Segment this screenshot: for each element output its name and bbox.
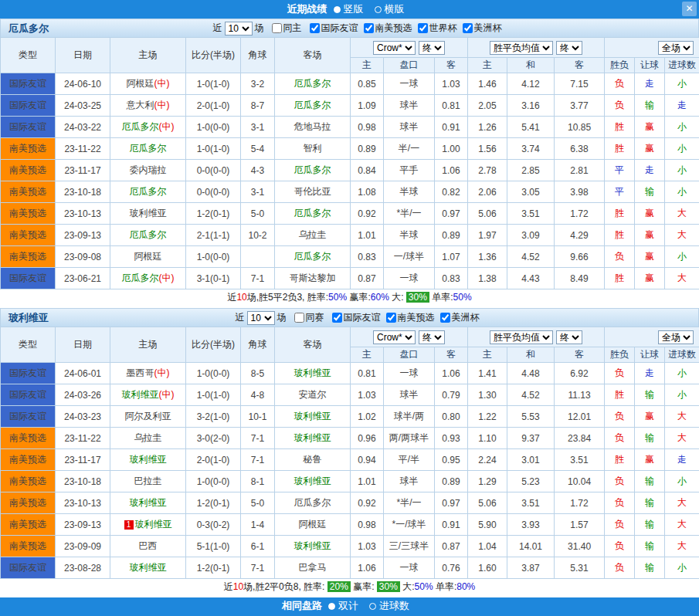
radio-selected-icon[interactable] [328, 603, 335, 610]
euro-draw-odds: 3.01 [507, 449, 555, 471]
scope-select[interactable]: 全场 [658, 41, 694, 55]
league-filter[interactable]: 美洲杯 [463, 22, 502, 35]
summary-part: 80% [456, 581, 475, 592]
match-date: 24-03-22 [56, 117, 110, 138]
match-score: 2-0(1-0) [186, 449, 241, 471]
league-filter[interactable]: 国际友谊 [332, 311, 381, 324]
euro-time-select[interactable]: 终 [556, 41, 582, 55]
card-badge: 1 [124, 520, 134, 530]
summary-part: 10 [236, 292, 246, 303]
league-checkbox[interactable] [332, 313, 342, 323]
handicap-outcome: 赢 [635, 117, 665, 138]
same-checkbox[interactable] [294, 313, 304, 323]
euro-draw-odds: 5.23 [507, 471, 555, 492]
asia-handicap: 球半/两 [384, 406, 435, 428]
radio-selected-icon[interactable] [334, 6, 341, 13]
goals-outcome: 大 [665, 406, 699, 428]
match-date: 23-11-22 [56, 428, 110, 449]
team-name-text: 厄瓜多尔 [130, 229, 167, 240]
result-outcome: 胜 [605, 268, 635, 289]
goals-outcome: 小 [665, 160, 699, 181]
away-team: 厄瓜多尔 [275, 73, 351, 95]
euro-odds-controls: 胜平负均值终 [468, 38, 605, 58]
layout-option-horizontal[interactable]: 横版 [385, 3, 405, 15]
recent-count-select[interactable]: 10 [225, 22, 253, 36]
odds-time-select[interactable]: 终 [419, 41, 445, 55]
bottom-option-primary[interactable]: 双计 [338, 600, 358, 611]
euro-mode-select[interactable]: 胜平负均值 [490, 41, 553, 55]
odds-source-select[interactable]: Crow* [373, 330, 416, 344]
euro-home-odds: 1.38 [468, 268, 507, 289]
handicap-outcome: 赢 [635, 203, 665, 225]
match-score: 1-0(0-0) [186, 363, 241, 384]
euro-mode-select[interactable]: 胜平负均值 [490, 330, 553, 344]
summary-part: 近 [224, 581, 233, 592]
odds-source-select[interactable]: Crow* [373, 41, 416, 55]
scope-select[interactable]: 全场 [658, 330, 694, 344]
match-type: 南美预选 [1, 160, 56, 181]
goals-outcome: 小 [665, 138, 699, 160]
match-score: 0-0(0-0) [186, 160, 241, 181]
same-filter[interactable]: 同主 [272, 22, 302, 35]
team-name-text: 乌拉圭 [299, 229, 327, 240]
team-name-text: 阿根廷 [134, 251, 162, 262]
match-row: 南美预选23-10-13玻利维亚1-2(0-1)5-0厄瓜多尔0.92*半/一0… [1, 203, 699, 225]
radio-unselected-icon[interactable] [375, 6, 382, 13]
col-type: 类型 [1, 38, 56, 73]
asia-away-odds: 1.06 [435, 363, 468, 384]
league-checkbox[interactable] [364, 23, 374, 33]
asia-home-odds: 0.87 [351, 268, 384, 289]
league-filter[interactable]: 美洲杯 [440, 311, 480, 324]
neutral-ground-tag: (中) [154, 100, 170, 110]
league-filter[interactable]: 国际友谊 [310, 22, 358, 35]
match-score: 1-0(1-0) [186, 384, 241, 406]
col-date: 日期 [56, 38, 110, 73]
euro-home-odds: 1.22 [468, 406, 507, 428]
asia-away-odds: 1.07 [435, 246, 468, 268]
euro-draw-odds: 3.87 [507, 557, 555, 579]
league-checkbox[interactable] [440, 313, 450, 323]
match-score: 1-2(0-1) [186, 557, 241, 579]
team-filter-bar: 玻利维亚 近 10 场 同赛 国际友谊南美预选美洲杯 [0, 308, 699, 327]
same-checkbox[interactable] [272, 23, 282, 33]
home-team: 阿根廷 [110, 246, 186, 268]
league-filter[interactable]: 南美预选 [386, 311, 435, 324]
neutral-ground-tag: (中) [154, 367, 170, 378]
euro-away-odds: 8.49 [555, 268, 605, 289]
team-name: 厄瓜多尔 [1, 22, 117, 36]
subcol-handicap-result: 让球 [635, 58, 665, 73]
euro-home-odds: 2.24 [468, 449, 507, 471]
home-team: 1玻利维亚 [110, 514, 186, 536]
col-away: 客场 [275, 327, 351, 363]
match-date: 23-10-18 [56, 471, 110, 492]
radio-unselected-icon[interactable] [369, 603, 376, 610]
match-row: 南美预选23-09-13厄瓜多尔2-1(1-1)10-2乌拉圭1.01半球0.8… [1, 225, 699, 246]
odds-time-select[interactable]: 终 [419, 330, 445, 344]
close-button[interactable]: ✕ [682, 2, 697, 16]
league-checkbox[interactable] [310, 23, 320, 33]
asia-handicap: 一球 [384, 363, 435, 384]
league-checkbox[interactable] [418, 23, 428, 33]
league-filter[interactable]: 世界杯 [418, 22, 457, 35]
corner-score: 5-4 [241, 138, 275, 160]
league-filter-label: 南美预选 [375, 22, 412, 35]
bottom-option-goals[interactable]: 进球数 [379, 600, 409, 611]
match-score: 1-0(0-0) [186, 117, 241, 138]
subcol-handicap: 盘口 [384, 347, 435, 363]
euro-time-select[interactable]: 终 [556, 330, 582, 344]
match-row: 南美预选23-10-18厄瓜多尔0-0(0-0)3-1哥伦比亚1.08半球0.8… [1, 181, 699, 203]
asia-away-odds: 0.97 [435, 203, 468, 225]
euro-draw-odds: 3.51 [507, 203, 555, 225]
league-checkbox[interactable] [463, 23, 473, 33]
league-filter[interactable]: 南美预选 [364, 22, 412, 35]
asia-home-odds: 1.03 [351, 384, 384, 406]
layout-option-vertical[interactable]: 竖版 [344, 3, 364, 15]
team-name-text: 玻利维亚 [130, 562, 167, 573]
recent-count-select[interactable]: 10 [247, 311, 275, 325]
league-checkbox[interactable] [386, 313, 396, 323]
col-type: 类型 [1, 327, 56, 363]
col-corner: 角球 [241, 38, 275, 73]
team-name-text: 巴拉圭 [134, 476, 162, 486]
home-team: 乌拉圭 [110, 428, 186, 449]
same-filter[interactable]: 同赛 [294, 311, 324, 324]
